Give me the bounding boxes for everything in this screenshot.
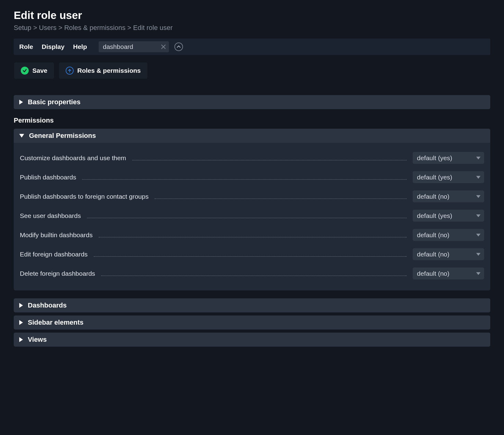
permission-select[interactable]: default (no) [413, 248, 484, 260]
section-title: General Permissions [29, 132, 96, 140]
breadcrumb-item[interactable]: Users [39, 24, 57, 31]
action-row: Save Roles & permissions [14, 62, 490, 79]
section-title: Dashboards [28, 301, 67, 309]
permission-select[interactable]: default (yes) [413, 210, 484, 222]
permission-row: See user dashboards default (yes) [20, 206, 484, 225]
permission-label: See user dashboards [20, 212, 81, 219]
section-basic-properties[interactable]: Basic properties [14, 95, 490, 109]
chevron-right-icon [19, 100, 23, 105]
chevron-right-icon [19, 303, 23, 308]
section-general-permissions[interactable]: General Permissions [14, 129, 490, 143]
menu-display[interactable]: Display [42, 43, 65, 50]
permission-row: Publish dashboards to foreign contact gr… [20, 187, 484, 206]
permission-row: Modify builtin dashboards default (no) [20, 225, 484, 245]
permission-label: Edit foreign dashboards [20, 251, 88, 258]
breadcrumb: Setup > Users > Roles & permissions > Ed… [14, 24, 490, 32]
section-title: Views [28, 336, 47, 344]
section-views[interactable]: Views [14, 333, 490, 347]
breadcrumb-separator: > [33, 24, 39, 31]
arrow-up-icon [66, 67, 74, 75]
section-title: Basic properties [28, 98, 80, 106]
breadcrumb-item: Edit role user [133, 24, 173, 31]
permission-row: Delete foreign dashboards default (no) [20, 264, 484, 283]
roles-permissions-label: Roles & permissions [77, 67, 141, 74]
menu-help[interactable]: Help [73, 43, 87, 50]
dotted-line [132, 160, 407, 160]
save-button-label: Save [32, 67, 47, 74]
permission-row: Publish dashboards default (yes) [20, 168, 484, 187]
menu-role[interactable]: Role [19, 43, 33, 50]
dotted-line [82, 179, 407, 180]
search-input[interactable] [99, 41, 169, 52]
permission-select[interactable]: default (yes) [413, 171, 484, 183]
permission-label: Publish dashboards [20, 174, 76, 181]
save-button[interactable]: Save [14, 62, 54, 79]
permission-label: Customize dashboards and use them [20, 154, 126, 162]
chevron-up-icon[interactable] [174, 42, 183, 51]
permission-select[interactable]: default (no) [413, 229, 484, 241]
chevron-down-icon [19, 134, 24, 138]
section-sidebar-elements[interactable]: Sidebar elements [14, 315, 490, 330]
section-title: Sidebar elements [28, 319, 83, 326]
dotted-line [101, 275, 407, 276]
permission-row: Customize dashboards and use them defaul… [20, 148, 484, 168]
dotted-line [94, 256, 407, 257]
permission-label: Delete foreign dashboards [20, 270, 95, 277]
breadcrumb-item[interactable]: Roles & permissions [64, 24, 126, 31]
general-permissions-body: Customize dashboards and use them defaul… [14, 143, 490, 290]
chevron-right-icon [19, 320, 23, 325]
breadcrumb-separator: > [127, 24, 133, 31]
permission-label: Modify builtin dashboards [20, 231, 93, 239]
breadcrumb-separator: > [58, 24, 64, 31]
permission-label: Publish dashboards to foreign contact gr… [20, 193, 148, 200]
chevron-right-icon [19, 337, 23, 342]
permission-select[interactable]: default (no) [413, 267, 484, 279]
page-title: Edit role user [14, 9, 490, 21]
dotted-line [99, 237, 407, 238]
check-icon [21, 67, 29, 75]
breadcrumb-item[interactable]: Setup [14, 24, 31, 31]
permission-select[interactable]: default (yes) [413, 152, 484, 164]
permission-row: Edit foreign dashboards default (no) [20, 245, 484, 264]
permission-select[interactable]: default (no) [413, 190, 484, 202]
toolbar: Role Display Help [14, 39, 490, 55]
dotted-line [87, 218, 407, 218]
permissions-heading: Permissions [14, 116, 490, 124]
roles-permissions-button[interactable]: Roles & permissions [59, 62, 148, 79]
section-dashboards[interactable]: Dashboards [14, 298, 490, 312]
dotted-line [155, 198, 407, 199]
close-icon[interactable] [161, 44, 166, 49]
